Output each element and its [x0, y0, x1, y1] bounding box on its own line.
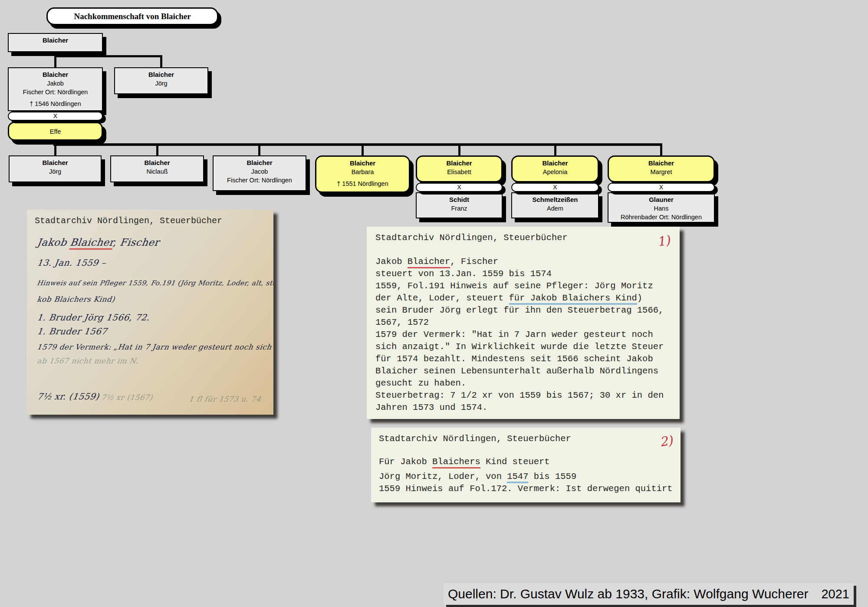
hand-line-amount2: 7½ xr (1567) — [101, 393, 153, 402]
connector-gen2-horizontal — [54, 55, 162, 57]
marriage-x-label: X — [553, 184, 557, 191]
person-surname: Schidt — [417, 195, 502, 204]
card-number-mark: 2) — [659, 433, 674, 449]
connector-gen2-joerg — [160, 55, 162, 68]
hand-line-bruder2: 1. Bruder 1567 — [36, 326, 108, 336]
connector-stub-elisabett — [458, 145, 460, 156]
hand-line-vermerk: 1579 der Vermerk: „Hat in 7 Jarn weder g… — [36, 343, 273, 351]
person-death: † 1551 Nördlingen — [316, 179, 409, 188]
person-box-glauner-hans: Glauner Hans Röhrenbader Ort: Nördlingen — [608, 192, 715, 223]
genealogy-chart-page: Nachkommenschaft von Blaicher Blaicher B… — [0, 0, 868, 607]
hand-line-hint2: kob Blaichers Kind) — [36, 295, 115, 304]
person-surname: Blaicher — [10, 158, 101, 167]
hand-line-date: 13. Jan. 1559 – — [36, 257, 107, 268]
card-line: 1579 der Vermerk: "Hat in 7 Jarn weder g… — [375, 329, 680, 341]
hand-line-hint: Hinweis auf sein Pfleger 1559, Fo.191 (J… — [36, 279, 273, 287]
card-line: für 1574 bezahlt. Mindestens seit 1566 s… — [375, 353, 680, 365]
person-box-margret: Blaicher Margret — [608, 155, 715, 182]
hand-line-amount1: 7½ xr. (1559) — [36, 391, 100, 402]
person-box-barbara: Blaicher Barbara † 1551 Nördlingen — [315, 155, 410, 193]
spacer — [316, 176, 409, 179]
person-box-schidt-franz: Schidt Franz — [416, 192, 503, 218]
spacer — [9, 96, 102, 99]
marriage-x-label: X — [53, 112, 57, 119]
person-death: † 1546 Nördlingen — [9, 99, 102, 108]
person-surname: Blaicher — [316, 159, 409, 168]
connector-gen3-horizontal — [53, 143, 662, 146]
chart-title: Nachkommenschaft von Blaicher — [46, 7, 218, 25]
person-surname: Blaicher — [9, 70, 102, 79]
person-box-jakob: Blaicher Jakob Fischer Ort: Nördlingen †… — [8, 67, 103, 111]
person-box-apelonia: Blaicher Apelonia — [511, 155, 599, 182]
person-name: Hans — [608, 204, 714, 213]
person-surname: Blaicher — [111, 158, 203, 167]
person-occupation: Fischer Ort: Nördlingen — [214, 176, 306, 185]
marriage-symbol-margret: X — [608, 183, 715, 192]
chart-title-label: Nachkommenschaft von Blaicher — [74, 12, 191, 21]
card-number-mark: 1) — [656, 233, 671, 249]
typed-archive-card-1: 1) Stadtarchiv Nördlingen, Steuerbücher … — [367, 227, 680, 419]
person-box-elisabett: Blaicher Elisabett — [416, 155, 503, 182]
card-line: Jahren 1573 und 1574. — [375, 402, 680, 414]
person-surname: Blaicher — [214, 158, 306, 167]
card-line: sein Bruder Jörg erlegt für ihn den Steu… — [375, 304, 680, 317]
card-header: Stadtarchiv Nördlingen, Steuerbücher — [379, 433, 681, 445]
person-surname: Schmeltzeißen — [512, 195, 598, 204]
person-box-joerg-gen3: Blaicher Jörg — [9, 155, 102, 182]
person-box-schmeltzeissen-adem: Schmeltzeißen Adem — [511, 192, 599, 218]
hand-line-bruder1: 1. Bruder Jörg 1566, 72. — [36, 312, 151, 323]
marriage-symbol-jakob-effe: X — [8, 112, 103, 121]
card-header: Stadtarchiv Nördlingen, Steuerbücher — [35, 215, 222, 227]
person-surname: Blaicher — [9, 36, 102, 45]
person-surname: Blaicher — [609, 159, 713, 168]
person-name: Barbara — [316, 168, 409, 176]
person-box-joerg-gen2: Blaicher Jörg — [114, 67, 208, 94]
marriage-symbol-apelonia: X — [511, 183, 599, 192]
card-line: steuert von 13.Jan. 1559 bis 1574 — [375, 268, 680, 280]
hand-line-pencil-note: ab 1567 nicht mehr im N. — [36, 356, 139, 365]
person-name: Margret — [609, 168, 713, 176]
hand-line-amount3: 1 fl für 1573 u. 74 — [188, 395, 261, 403]
marriage-symbol-elisabett: X — [416, 183, 503, 192]
person-name: Jörg — [115, 79, 207, 88]
person-name: Elisabett — [417, 168, 501, 176]
card-header: Stadtarchiv Nördlingen, Steuerbücher — [375, 232, 680, 244]
card-line: 1559 Hinweis auf Fol.172. Vermerk: Ist d… — [379, 483, 681, 495]
connector-stub-niclauss — [156, 145, 158, 156]
card-line: Jörg Moritz, Loder, von 1547 bis 1559 — [379, 471, 681, 483]
person-box-root-blaicher: Blaicher — [8, 33, 103, 52]
connector-stub-barbara — [362, 145, 364, 156]
person-occupation: Fischer Ort: Nördlingen — [9, 88, 102, 96]
connector-stub-joerg3 — [54, 145, 56, 156]
person-name: Niclauß — [111, 167, 203, 176]
person-box-niclauss: Blaicher Niclauß — [110, 155, 204, 182]
person-occupation: Röhrenbader Ort: Nördlingen — [608, 213, 714, 221]
marriage-x-label: X — [659, 184, 663, 191]
person-name: Adem — [512, 204, 598, 213]
person-name: Jacob — [214, 167, 306, 176]
person-surname: Blaicher — [513, 159, 598, 168]
card-line: 1567, 1572 — [375, 317, 680, 329]
person-name: Effe — [9, 127, 102, 136]
person-name: Jörg — [10, 167, 101, 176]
card-line: sich anzaigt." In Wirklichkeit wurde die… — [375, 341, 680, 353]
marriage-x-label: X — [457, 184, 461, 191]
person-name: Franz — [417, 204, 502, 213]
connector-stub-apelonia — [554, 145, 556, 156]
card-line: gesucht zu haben. — [375, 377, 680, 389]
connector-root-down — [54, 50, 56, 68]
source-credit-text: Quellen: Dr. Gustav Wulz ab 1933, Grafik… — [448, 587, 808, 601]
handwritten-archive-card: Stadtarchiv Nördlingen, Steuerbücher Jak… — [27, 210, 273, 415]
card-line: Jakob Blaicher, Fischer — [375, 256, 680, 268]
card-line: Für Jakob Blaichers Kind steuert — [379, 456, 681, 468]
connector-stub-margret — [660, 145, 662, 156]
source-credit-bar: Quellen: Dr. Gustav Wulz ab 1933, Grafik… — [444, 583, 854, 605]
typed-archive-card-2: 2) Stadtarchiv Nördlingen, Steuerbücher … — [371, 428, 681, 502]
person-surname: Blaicher — [115, 70, 207, 79]
source-credit-year: 2021 — [821, 587, 849, 601]
card-line: Blaicher seinen Lebensunterhalt außerhal… — [375, 365, 680, 377]
connector-stub-jacob3 — [258, 145, 260, 156]
hand-line-name: Jakob Blaicher, Fischer — [36, 237, 160, 248]
card-line: der Alte, Loder, steuert für Jakob Blaic… — [375, 292, 680, 304]
card-line: 1559, Fol.191 Hinweis auf seine Pfleger:… — [375, 280, 680, 292]
